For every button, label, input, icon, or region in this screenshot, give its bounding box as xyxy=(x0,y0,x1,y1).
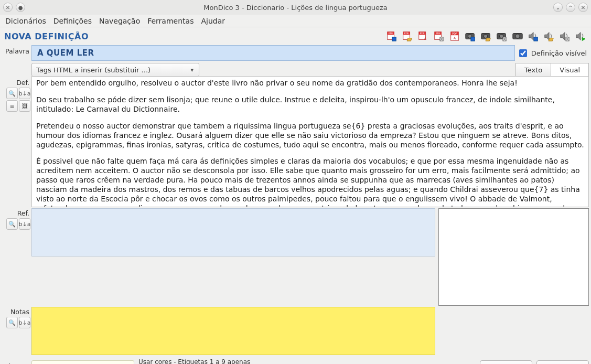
word-value: A QUEM LER xyxy=(37,48,94,58)
pdf-plain-icon[interactable]: PDFA xyxy=(448,30,461,42)
svg-text:A: A xyxy=(454,36,456,40)
visible-checkbox[interactable] xyxy=(519,49,527,57)
menubar: Dicionários Definições Navegação Ferrame… xyxy=(0,15,591,27)
pdf-save-icon[interactable]: PDF xyxy=(385,30,398,42)
label-etiqueta: Etiqueta xyxy=(2,355,31,364)
colors-label: Usar cores - Etiquetas 1 a 9 apenas xyxy=(138,358,328,364)
menu-navegacao[interactable]: Navegação xyxy=(99,17,140,25)
word-input[interactable]: A QUEM LER xyxy=(31,45,515,61)
close-button[interactable]: ✕ xyxy=(578,3,588,12)
minimize-button[interactable]: ⌄ xyxy=(553,3,563,12)
pdf-open-icon[interactable]: PDF xyxy=(401,30,414,42)
camera-delete-icon[interactable] xyxy=(496,30,508,42)
titlebar: ✕ ● MonDico 3 - Diccionario - Lições de … xyxy=(0,0,591,15)
def-replace-button[interactable]: b↓a xyxy=(19,88,30,99)
tags-dropdown-label: Tags HTML a inserir (substituir ...) xyxy=(36,66,151,74)
def-para-3: Pretendeu o nosso auctor demonstrar que … xyxy=(36,122,584,150)
ref-replace-button[interactable]: b↓a xyxy=(19,218,30,230)
svg-text:A: A xyxy=(424,37,427,41)
svg-point-22 xyxy=(483,34,487,38)
notas-search-button[interactable]: 🔍 xyxy=(6,317,18,328)
def-search-button[interactable]: 🔍 xyxy=(6,88,18,99)
label-def: Def. xyxy=(2,77,31,87)
label-notas: Notas xyxy=(2,306,31,316)
svg-rect-27 xyxy=(534,37,538,41)
cancel-button[interactable]: Cancelar xyxy=(480,360,532,364)
tags-html-dropdown[interactable]: Tags HTML a inserir (substituir ...) xyxy=(31,63,199,77)
svg-point-26 xyxy=(515,34,520,38)
speaker-open-icon[interactable] xyxy=(543,30,555,42)
preview-pane xyxy=(438,208,589,306)
svg-rect-20 xyxy=(471,37,475,41)
window-title: MonDico 3 - Diccionario - Lições de ling… xyxy=(0,4,591,12)
def-lines-button[interactable]: ≡ xyxy=(6,100,18,112)
speaker-save-icon[interactable] xyxy=(527,30,540,42)
svg-text:PDF: PDF xyxy=(436,32,440,35)
def-para-4: É possivel que não falte quem faça má ca… xyxy=(36,157,584,207)
header-row: NOVA DEFINIÇÃO PDF PDF PDFA PDF PDFA xyxy=(0,27,591,45)
svg-rect-3 xyxy=(392,37,396,41)
menu-ajudar[interactable]: Ajudar xyxy=(201,17,225,25)
camera-plain-icon[interactable] xyxy=(511,30,524,42)
maximize-button[interactable]: ⌃ xyxy=(566,3,575,12)
notas-replace-button[interactable]: b↓a xyxy=(19,317,30,328)
speaker-go-icon[interactable] xyxy=(574,30,587,42)
svg-text:PDF: PDF xyxy=(452,32,457,35)
label-ref: Ref. xyxy=(2,207,31,217)
menu-definicoes[interactable]: Definições xyxy=(53,17,92,25)
pin-button[interactable]: ● xyxy=(16,3,25,12)
def-para-2: Do seu trabalho se póde dizer sem lisonj… xyxy=(36,95,584,114)
menu-dicionarios[interactable]: Dicionários xyxy=(5,17,46,25)
tab-texto[interactable]: Texto xyxy=(515,63,551,77)
etiqueta-input[interactable] xyxy=(31,360,134,364)
camera-save-icon[interactable] xyxy=(464,30,477,42)
svg-text:PDF: PDF xyxy=(389,32,393,35)
definition-editor[interactable]: Por bem entendido orgulho, resolveu o au… xyxy=(31,76,589,207)
speaker-delete-icon[interactable] xyxy=(558,30,571,42)
camera-open-icon[interactable] xyxy=(480,30,492,42)
svg-text:PDF: PDF xyxy=(420,32,425,35)
save-button[interactable]: Salvar xyxy=(536,360,589,364)
pdf-export-icon[interactable]: PDFA xyxy=(417,30,429,42)
ref-search-button[interactable]: 🔍 xyxy=(6,218,18,230)
ref-editor[interactable] xyxy=(31,208,435,256)
menu-ferramentas[interactable]: Ferramentas xyxy=(147,17,194,25)
svg-text:PDF: PDF xyxy=(404,32,409,35)
label-palavra: Palavra xyxy=(2,45,31,61)
section-title: NOVA DEFINIÇÃO xyxy=(4,31,89,41)
notas-editor[interactable] xyxy=(31,307,435,355)
visible-label: Definição visível xyxy=(531,49,587,57)
app-menu-button[interactable]: ✕ xyxy=(3,3,13,12)
tab-visual[interactable]: Visual xyxy=(551,63,589,77)
def-image-button[interactable]: 🖼 xyxy=(19,100,30,112)
def-para-1: Por bem entendido orgulho, resolveu o au… xyxy=(36,79,584,88)
pdf-delete-icon[interactable]: PDF xyxy=(433,30,445,42)
